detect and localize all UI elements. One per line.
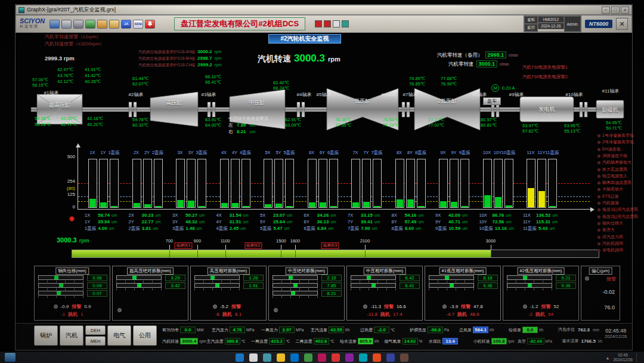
status-tile[interactable] xyxy=(324,20,331,27)
alarm-list-item: 排汽压力高 xyxy=(597,234,623,240)
edge-icon[interactable] xyxy=(290,353,299,362)
nav-meh-button[interactable]: MEH xyxy=(85,336,106,346)
dcs-screen: GraphX-[gra/#20T_汽机安全监视.grx] − □ × SCIYO… xyxy=(0,0,644,363)
threshold-low: -4.7 xyxy=(446,312,454,317)
vibration-value: 6盖振6.84um xyxy=(304,226,334,232)
alarm-indicator xyxy=(597,195,600,198)
session-info: 鉴权 监控 HMI2012 2024-12-26 Admin xyxy=(524,16,581,32)
gauge-track xyxy=(38,283,83,288)
eccentricity-value2: 76.0 xyxy=(604,304,615,310)
vibration-bar-box xyxy=(406,159,415,208)
nav-turbine-button[interactable]: 汽机 xyxy=(60,325,83,346)
vibration-value: 8盖振8.60um xyxy=(392,226,422,232)
monitor-icon[interactable] xyxy=(49,20,60,29)
toolbar-icons: JASDB xyxy=(49,20,155,29)
vibration-bar-box xyxy=(176,159,185,208)
status-tile[interactable] xyxy=(333,20,340,27)
speed-tick xyxy=(491,245,491,250)
vibration-bar-box xyxy=(417,159,426,208)
tray-clock[interactable]: 02:45 xyxy=(613,353,633,358)
threshold-low: -11.3 xyxy=(370,304,381,309)
vibration-value: 6X34.26um xyxy=(304,213,336,218)
disk-icon[interactable] xyxy=(61,20,72,29)
alarm-bell-icon[interactable] xyxy=(145,20,155,29)
gauge-marker xyxy=(450,284,454,287)
folder-icon[interactable] xyxy=(109,20,119,29)
toolbar-close-button[interactable]: ✕ xyxy=(616,18,628,30)
turning-gear-label: 盘车 xyxy=(483,97,501,105)
vibration-value: 9Y40.71um xyxy=(435,219,467,224)
nav-common-button[interactable]: 公用 xyxy=(133,325,157,346)
vibration-bar xyxy=(484,195,491,207)
speed-channel-row: 汽机独立电源超速保护G18-CH端 2999.2 rpm xyxy=(138,62,222,68)
chrome-icon[interactable] xyxy=(304,353,312,362)
mode-label[interactable]: 监控 xyxy=(524,24,538,32)
eccentricity-panel: 偏心(μm) 报警 -0.02 76.0 xyxy=(581,266,620,321)
vibration-bar-label: 6X xyxy=(309,150,314,155)
tray-date[interactable]: 2024/12/26 xyxy=(613,358,633,362)
vibration-bar xyxy=(330,206,337,207)
sdb-icon[interactable]: SDB xyxy=(133,20,143,29)
bearing-temps: 77.68℃76.99℃ xyxy=(441,76,457,87)
vibration-bar-label: 5X xyxy=(265,150,270,155)
threshold-low: -3.9 xyxy=(450,304,458,309)
network-icon[interactable] xyxy=(85,20,95,29)
show-desktop-button[interactable] xyxy=(636,353,638,362)
explorer-icon[interactable] xyxy=(277,353,285,362)
vibration-bar-box xyxy=(132,159,141,208)
mail-icon[interactable] xyxy=(400,353,408,362)
nav-boiler-button[interactable]: 锅炉 xyxy=(34,325,58,346)
vibration-bar-box xyxy=(483,159,492,208)
vibration-bar xyxy=(451,202,457,208)
notepad-icon[interactable] xyxy=(332,353,340,362)
threshold-label: 报警 xyxy=(72,303,81,310)
bearing-temps: 57.06℃ 56.15℃ xyxy=(32,77,48,88)
paint-icon[interactable] xyxy=(345,353,354,362)
alarm-indicator xyxy=(597,216,600,219)
panel-title: 中压绝对膨胀(mm) xyxy=(286,267,328,275)
nav-electric-button[interactable]: 电气 xyxy=(107,325,131,346)
footer-measure: 主汽流量43.55t/h xyxy=(311,327,349,333)
nav-deh-button[interactable]: DEH xyxy=(85,325,106,335)
speed-tick-label: 2100 xyxy=(360,238,370,244)
vibration-bar xyxy=(418,206,425,207)
vibration-bar-box xyxy=(99,159,108,208)
maximize-button[interactable]: □ xyxy=(611,7,620,14)
vibration-bar xyxy=(407,199,414,208)
footer-measure: 炉膛负压-98.8Pa xyxy=(410,327,449,333)
close-button[interactable]: × xyxy=(621,7,629,14)
footer-clock: 02:45:48 2024/12/26 xyxy=(605,328,627,339)
tray-chevron-icon[interactable]: ▲ xyxy=(606,356,610,360)
media-icon[interactable] xyxy=(386,353,395,362)
search-icon[interactable] xyxy=(249,353,258,362)
alarm-list-item: 低压1缸排汽温度高 xyxy=(597,207,638,213)
footer-measure: 小机转速100.8rpm xyxy=(473,338,515,344)
minimize-button[interactable]: − xyxy=(602,7,610,14)
vibration-bar-box xyxy=(527,159,535,208)
weather-widget-icon[interactable] xyxy=(5,353,16,362)
vibration-value: 2X30.23um xyxy=(129,213,161,218)
start-icon[interactable] xyxy=(236,353,244,362)
vibration-bar-label: 4X xyxy=(221,150,227,155)
printer-icon[interactable] xyxy=(73,20,83,29)
bearing-temps: 77.12℃77.02℃ xyxy=(428,117,444,128)
status-tile[interactable] xyxy=(315,20,322,27)
status-tile[interactable] xyxy=(342,20,349,27)
gauge-track xyxy=(429,283,474,288)
office-icon[interactable] xyxy=(318,353,326,362)
ja-icon[interactable]: JA xyxy=(121,20,131,29)
bearing-temps: 66.10℃66.41℃ xyxy=(205,74,221,85)
vibration-bar-label: 4Y xyxy=(232,150,237,155)
gauge-value: 9.36 xyxy=(478,282,498,289)
gauge-track xyxy=(273,275,318,280)
status-indicator xyxy=(585,276,589,281)
palette-icon[interactable] xyxy=(97,20,107,29)
gauge-track xyxy=(273,283,318,288)
auth-label[interactable]: 鉴权 xyxy=(524,16,538,24)
speed-tick xyxy=(197,245,198,250)
terminal-icon[interactable] xyxy=(373,353,381,362)
taskview-icon[interactable] xyxy=(263,353,271,362)
settings-icon[interactable] xyxy=(359,353,367,362)
footer-measure: 给水流量805.9t/h xyxy=(340,338,379,344)
vibration-bar-box xyxy=(329,159,338,208)
